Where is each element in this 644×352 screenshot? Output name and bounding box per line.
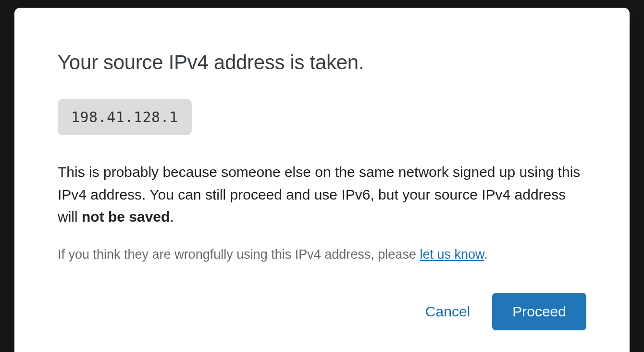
proceed-button[interactable]: Proceed xyxy=(492,293,586,330)
dialog-title: Your source IPv4 address is taken. xyxy=(58,51,586,74)
ip-address-chip: 198.41.128.1 xyxy=(58,99,192,135)
dialog-actions: Cancel Proceed xyxy=(58,293,586,330)
modal-overlay: Your source IPv4 address is taken. 198.4… xyxy=(0,0,644,352)
dialog-body: This is probably because someone else on… xyxy=(58,161,586,228)
ipv4-taken-dialog: Your source IPv4 address is taken. 198.4… xyxy=(14,8,630,352)
dialog-body-bold: not be saved xyxy=(82,209,170,225)
cancel-button[interactable]: Cancel xyxy=(425,303,470,320)
let-us-know-link[interactable]: let us know xyxy=(420,247,484,262)
dialog-hint-suffix: . xyxy=(484,247,488,262)
dialog-body-suffix: . xyxy=(170,209,173,225)
dialog-hint-prefix: If you think they are wrongfully using t… xyxy=(58,247,420,262)
dialog-hint: If you think they are wrongfully using t… xyxy=(58,245,586,264)
